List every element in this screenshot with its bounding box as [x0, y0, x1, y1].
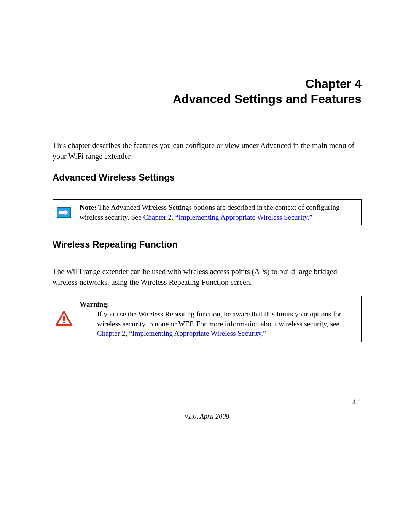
warning-body: Warning: If you use the Wireless Repeati…: [75, 296, 361, 342]
arrow-right-icon: [57, 207, 71, 218]
note-callout: Note: The Advanced Wireless Settings opt…: [53, 199, 362, 225]
wireless-repeating-body: The WiFi range extender can be used with…: [53, 266, 362, 288]
chapter-number: Chapter 4: [305, 77, 362, 91]
warning-label: Warning:: [80, 300, 109, 308]
page-footer: 4-1 v1.0, April 2008: [53, 395, 362, 420]
warning-icon-cell: [53, 296, 75, 342]
note-label: Note:: [80, 203, 96, 211]
chapter-title: Advanced Settings and Features: [173, 92, 362, 106]
note-link[interactable]: Chapter 2, “Implementing Appropriate Wir…: [143, 213, 313, 221]
footer-rule: [53, 395, 362, 395]
warning-text: If you use the Wireless Repeating functi…: [97, 310, 341, 328]
svg-rect-1: [63, 322, 65, 323]
chapter-intro: This chapter describes the features you …: [53, 140, 362, 161]
svg-rect-0: [63, 316, 65, 321]
warning-callout: Warning: If you use the Wireless Repeati…: [53, 296, 362, 342]
warning-triangle-icon: [56, 311, 72, 328]
section-advanced-wireless-heading: Advanced Wireless Settings: [53, 172, 362, 185]
warning-link[interactable]: Chapter 2, “Implementing Appropriate Wir…: [97, 329, 266, 337]
page-number: 4-1: [53, 398, 362, 406]
note-icon-cell: [53, 200, 75, 225]
chapter-heading: Chapter 4 Advanced Settings and Features: [53, 76, 362, 107]
note-body: Note: The Advanced Wireless Settings opt…: [75, 200, 361, 225]
footer-version: v1.0, April 2008: [53, 412, 362, 420]
section-wireless-repeating-heading: Wireless Repeating Function: [53, 239, 362, 252]
